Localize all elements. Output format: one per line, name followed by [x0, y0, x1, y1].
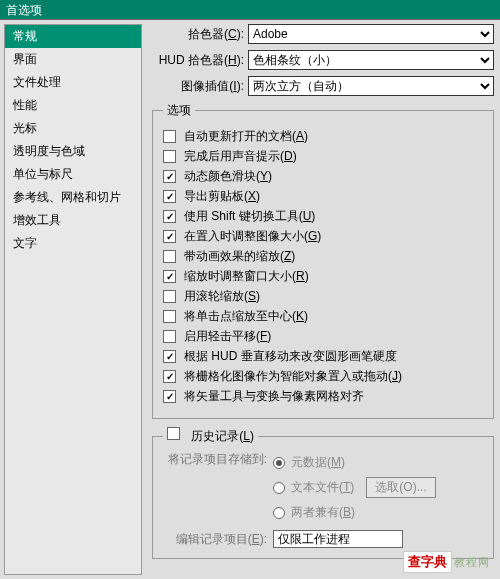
history-edit-row: 编辑记录项目(E): [163, 530, 483, 548]
watermark-text: 教程网 [454, 555, 490, 570]
option-3[interactable]: 导出剪贴板(X) [163, 188, 483, 205]
sidebar-item-performance[interactable]: 性能 [5, 94, 141, 117]
checkbox-icon [163, 250, 176, 263]
sidebar-item-plugins[interactable]: 增效工具 [5, 209, 141, 232]
color-picker-label: 拾色器(C): [152, 26, 248, 43]
sidebar-item-cursors[interactable]: 光标 [5, 117, 141, 140]
option-label: 完成后用声音提示(D) [184, 148, 297, 165]
option-label: 根据 HUD 垂直移动来改变圆形画笔硬度 [184, 348, 397, 365]
history-radio-metadata[interactable]: 元数据(M) [273, 454, 436, 471]
checkbox-icon [163, 210, 176, 223]
history-edit-input[interactable] [273, 530, 403, 548]
option-9[interactable]: 将单击点缩放至中心(K) [163, 308, 483, 325]
option-label: 将栅格化图像作为智能对象置入或拖动(J) [184, 368, 402, 385]
interpolation-row: 图像插值(I): 两次立方（自动） [152, 76, 494, 96]
checkbox-icon [163, 370, 176, 383]
checkbox-icon [163, 270, 176, 283]
option-0[interactable]: 自动更新打开的文档(A) [163, 128, 483, 145]
option-12[interactable]: 将栅格化图像作为智能对象置入或拖动(J) [163, 368, 483, 385]
option-11[interactable]: 根据 HUD 垂直移动来改变圆形画笔硬度 [163, 348, 483, 365]
option-label: 将单击点缩放至中心(K) [184, 308, 308, 325]
checkbox-icon [163, 170, 176, 183]
sidebar-item-interface[interactable]: 界面 [5, 48, 141, 71]
choose-button[interactable]: 选取(O)... [366, 477, 435, 498]
option-7[interactable]: 缩放时调整窗口大小(R) [163, 268, 483, 285]
interpolation-label: 图像插值(I): [152, 78, 248, 95]
interpolation-select[interactable]: 两次立方（自动） [248, 76, 494, 96]
options-fieldset: 选项 自动更新打开的文档(A)完成后用声音提示(D)动态颜色滑块(Y)导出剪贴板… [152, 102, 494, 419]
sidebar-item-units[interactable]: 单位与标尺 [5, 163, 141, 186]
content-panel: 拾色器(C): Adobe HUD 拾色器(H): 色相条纹（小） 图像插值(I… [142, 20, 500, 579]
checkbox-icon [163, 390, 176, 403]
option-10[interactable]: 启用轻击平移(F) [163, 328, 483, 345]
main-container: 常规 界面 文件处理 性能 光标 透明度与色域 单位与标尺 参考线、网格和切片 … [0, 20, 500, 579]
checkbox-icon [163, 230, 176, 243]
history-saveto-label: 将记录项目存储到: [163, 451, 273, 524]
sidebar-item-type[interactable]: 文字 [5, 232, 141, 255]
option-label: 带动画效果的缩放(Z) [184, 248, 295, 265]
checkbox-icon [163, 310, 176, 323]
hud-picker-select[interactable]: 色相条纹（小） [248, 50, 494, 70]
sidebar-item-guides[interactable]: 参考线、网格和切片 [5, 186, 141, 209]
option-6[interactable]: 带动画效果的缩放(Z) [163, 248, 483, 265]
radio-icon [273, 457, 285, 469]
color-picker-row: 拾色器(C): Adobe [152, 24, 494, 44]
option-label: 使用 Shift 键切换工具(U) [184, 208, 315, 225]
option-label: 导出剪贴板(X) [184, 188, 260, 205]
history-legend: 历史记录(L) [163, 427, 258, 445]
option-2[interactable]: 动态颜色滑块(Y) [163, 168, 483, 185]
option-label: 用滚轮缩放(S) [184, 288, 260, 305]
checkbox-icon [163, 130, 176, 143]
color-picker-select[interactable]: Adobe [248, 24, 494, 44]
history-fieldset: 历史记录(L) 将记录项目存储到: 元数据(M) 文本文件(T) 选取(O)..… [152, 427, 494, 559]
option-13[interactable]: 将矢量工具与变换与像素网格对齐 [163, 388, 483, 405]
history-radio-textfile[interactable]: 文本文件(T) 选取(O)... [273, 477, 436, 498]
option-label: 启用轻击平移(F) [184, 328, 271, 345]
option-1[interactable]: 完成后用声音提示(D) [163, 148, 483, 165]
history-radio-both[interactable]: 两者兼有(B) [273, 504, 436, 521]
option-label: 自动更新打开的文档(A) [184, 128, 308, 145]
option-5[interactable]: 在置入时调整图像大小(G) [163, 228, 483, 245]
option-4[interactable]: 使用 Shift 键切换工具(U) [163, 208, 483, 225]
checkbox-icon [163, 350, 176, 363]
radio-icon [273, 507, 285, 519]
checkbox-icon [163, 290, 176, 303]
sidebar-item-transparency[interactable]: 透明度与色域 [5, 140, 141, 163]
options-legend: 选项 [163, 102, 195, 119]
checkbox-icon [163, 150, 176, 163]
history-saveto-row: 将记录项目存储到: 元数据(M) 文本文件(T) 选取(O)... 两者兼有(B… [163, 451, 483, 524]
watermark: 查字典 教程网 [403, 551, 490, 573]
option-label: 将矢量工具与变换与像素网格对齐 [184, 388, 364, 405]
hud-picker-row: HUD 拾色器(H): 色相条纹（小） [152, 50, 494, 70]
option-label: 缩放时调整窗口大小(R) [184, 268, 309, 285]
history-radio-group: 元数据(M) 文本文件(T) 选取(O)... 两者兼有(B) [273, 451, 436, 524]
radio-icon [273, 482, 285, 494]
watermark-logo: 查字典 [403, 551, 452, 573]
checkbox-icon [163, 190, 176, 203]
checkbox-icon [163, 330, 176, 343]
history-edit-label: 编辑记录项目(E): [163, 531, 273, 548]
option-label: 在置入时调整图像大小(G) [184, 228, 321, 245]
hud-picker-label: HUD 拾色器(H): [152, 52, 248, 69]
sidebar-item-general[interactable]: 常规 [5, 25, 141, 48]
sidebar: 常规 界面 文件处理 性能 光标 透明度与色域 单位与标尺 参考线、网格和切片 … [4, 24, 142, 575]
option-8[interactable]: 用滚轮缩放(S) [163, 288, 483, 305]
history-checkbox[interactable] [167, 427, 180, 440]
option-label: 动态颜色滑块(Y) [184, 168, 272, 185]
sidebar-item-filehandling[interactable]: 文件处理 [5, 71, 141, 94]
window-title: 首选项 [0, 0, 500, 20]
